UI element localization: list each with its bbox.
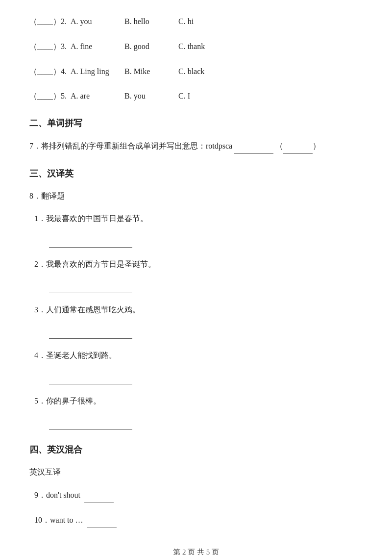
trans-answer-line-1[interactable] — [49, 231, 132, 248]
trans-answer-line-5[interactable] — [49, 414, 132, 430]
section-3: 三、汉译英 8．翻译题 1．我最喜欢的中国节日是春节。 2．我最喜欢的西方节日是… — [29, 168, 363, 430]
q9-row: 9．don't shout — [34, 487, 363, 503]
question-row-2: （____）2. A. you B. hello C. hi — [29, 15, 363, 29]
q8-label: 8．翻译题 — [29, 188, 363, 204]
translation-item-5: 5．你的鼻子很棒。 — [34, 393, 363, 430]
option-4c: C. black — [178, 65, 232, 79]
option-3a: A. fine — [71, 40, 124, 54]
trans-text-5: 你的鼻子很棒。 — [46, 397, 101, 405]
trans-num-2: 2． — [34, 260, 46, 268]
translation-item-1: 1．我最喜欢的中国节日是春节。 — [34, 211, 363, 248]
q9-blank[interactable] — [84, 487, 114, 503]
option-4a: A. Ling ling — [71, 65, 124, 79]
option-4b: B. Mike — [124, 65, 178, 79]
question-row-4: （____）4. A. Ling ling B. Mike C. black — [29, 65, 363, 79]
trans-num-1: 1． — [34, 214, 46, 223]
question-row-3: （____）3. A. fine B. good C. thank — [29, 40, 363, 54]
section-4: 四、英汉混合 英汉互译 9．don't shout 10．want to … — [29, 444, 363, 528]
trans-num-3: 3． — [34, 305, 46, 314]
paren-q4: （____）4. — [29, 65, 67, 79]
trans-answer-line-4[interactable] — [49, 368, 132, 384]
paren-q3: （____）3. — [29, 40, 67, 54]
q7-blank2[interactable] — [283, 138, 313, 154]
option-3b: B. good — [124, 40, 178, 54]
section-2: 二、单词拼写 7．将排列错乱的字母重新组合成单词并写出意思：rotdpsca （… — [29, 117, 363, 154]
question-row-5: （____）5. A. are B. you C. I — [29, 89, 363, 103]
trans-answer-line-3[interactable] — [49, 323, 132, 339]
q9-text: 9．don't shout — [34, 491, 80, 499]
translation-item-3: 3．人们通常在感恩节吃火鸡。 — [34, 302, 363, 339]
q7-blank1[interactable] — [234, 138, 273, 154]
paren-q2: （____）2. — [29, 15, 67, 29]
q10-row: 10．want to … — [34, 512, 363, 528]
trans-text-1: 我最喜欢的中国节日是春节。 — [46, 214, 148, 223]
q7-paren-open: （ — [275, 142, 283, 150]
option-5a: A. are — [71, 89, 124, 103]
q10-blank[interactable] — [87, 512, 117, 528]
section-4-subtitle-text: 英汉互译 — [29, 468, 61, 476]
trans-num-5: 5． — [34, 397, 46, 405]
option-2a: A. you — [71, 15, 124, 29]
q7-paren-close: ） — [313, 142, 320, 150]
option-2c: C. hi — [178, 15, 232, 29]
q10-text: 10．want to … — [34, 516, 83, 524]
option-5c: C. I — [178, 89, 232, 103]
q7-row: 7．将排列错乱的字母重新组合成单词并写出意思：rotdpsca （ ） — [29, 138, 363, 154]
section-2-title: 二、单词拼写 — [29, 117, 363, 129]
trans-text-2: 我最喜欢的西方节日是圣诞节。 — [46, 260, 156, 268]
trans-num-4: 4． — [34, 351, 46, 359]
section-4-title: 四、英汉混合 — [29, 444, 363, 455]
option-5b: B. you — [124, 89, 178, 103]
q7-text: 7．将排列错乱的字母重新组合成单词并写出意思：rotdpsca — [29, 142, 232, 150]
option-2b: B. hello — [124, 15, 178, 29]
translation-item-2: 2．我最喜欢的西方节日是圣诞节。 — [34, 256, 363, 293]
paren-q5: （____）5. — [29, 89, 67, 103]
footer-text: 第 2 页 共 5 页 — [173, 548, 219, 555]
translation-item-4: 4．圣诞老人能找到路。 — [34, 348, 363, 384]
section-3-title: 三、汉译英 — [29, 168, 363, 179]
option-3c: C. thank — [178, 40, 232, 54]
trans-answer-line-2[interactable] — [49, 277, 132, 293]
section-4-subtitle: 英汉互译 — [29, 464, 363, 480]
trans-text-3: 人们通常在感恩节吃火鸡。 — [46, 305, 140, 314]
page-footer: 第 2 页 共 5 页 — [29, 548, 363, 555]
trans-text-4: 圣诞老人能找到路。 — [46, 351, 117, 359]
q8-text: 8．翻译题 — [29, 192, 65, 200]
